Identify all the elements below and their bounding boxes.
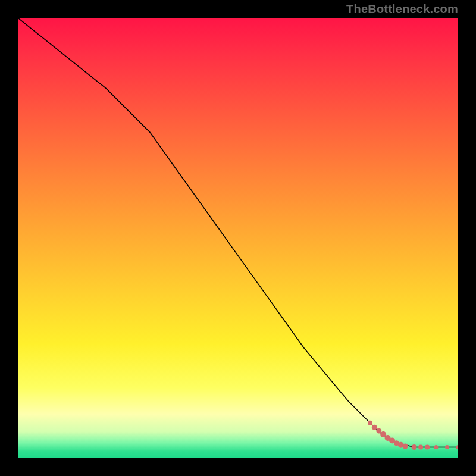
chart-frame: TheBottleneck.com (0, 0, 476, 476)
marker-dot (418, 445, 423, 450)
plot-area (18, 18, 458, 458)
marker-dot (425, 445, 430, 450)
marker-dot (412, 444, 417, 450)
chart-overlay (18, 18, 458, 458)
marker-dot (456, 445, 459, 449)
watermark-text: TheBottleneck.com (346, 2, 458, 16)
marker-dot (372, 425, 377, 430)
marker-dot (403, 444, 408, 449)
marker-dot (368, 421, 372, 425)
bottleneck-curve (18, 18, 458, 447)
marker-dot (376, 428, 381, 434)
recommended-range-markers (368, 421, 458, 450)
marker-dot (434, 445, 439, 449)
marker-dot (445, 445, 449, 449)
